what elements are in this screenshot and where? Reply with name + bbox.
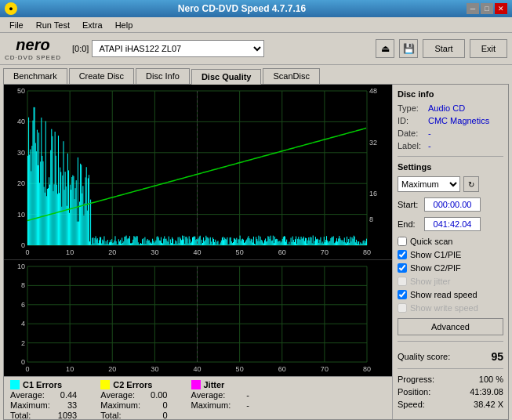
label-row: Label: - <box>398 141 503 150</box>
quality-score-label: Quality score: <box>398 352 450 361</box>
jitter-label: Jitter <box>204 380 225 389</box>
tab-create-disc[interactable]: Create Disc <box>69 68 134 84</box>
show-c2-pif-label: Show C2/PIF <box>410 263 461 273</box>
advanced-button[interactable]: Advanced <box>398 318 503 335</box>
jitter-max-value: - <box>246 400 249 410</box>
toolbar: nero CD·DVD SPEED [0:0] ATAPI iHAS122 ZL… <box>0 33 512 65</box>
menu-extra[interactable]: Extra <box>76 19 109 31</box>
id-value: CMC Magnetics <box>428 116 489 125</box>
start-time-input[interactable] <box>424 197 481 212</box>
show-read-speed-row: Show read speed <box>398 290 503 299</box>
start-button[interactable]: Start <box>423 39 464 58</box>
show-c1-pie-checkbox[interactable] <box>398 250 407 259</box>
settings-title: Settings <box>398 162 503 172</box>
lower-chart <box>4 259 392 376</box>
c2-total-value: 0 <box>162 411 167 420</box>
c1-total-label: Total: <box>10 411 31 420</box>
jitter-max-row: Maximum: - <box>191 400 249 410</box>
right-panel: Disc info Type: Audio CD ID: CMC Magneti… <box>392 85 508 419</box>
speed-label: Speed: <box>398 400 425 409</box>
show-write-speed-label: Show write speed <box>410 303 478 313</box>
show-c2-pif-checkbox[interactable] <box>398 263 407 273</box>
show-jitter-row: Show jitter <box>398 277 503 286</box>
show-write-speed-checkbox[interactable] <box>398 303 407 313</box>
c1-avg-row: Average: 0.44 <box>10 390 77 400</box>
show-jitter-label: Show jitter <box>410 277 450 286</box>
c2-total-label: Total: <box>100 411 121 420</box>
c2-total-row: Total: 0 <box>100 411 167 420</box>
separator-3 <box>398 368 503 369</box>
logo-area: nero CD·DVD SPEED <box>5 36 61 61</box>
drive-combo[interactable]: ATAPI iHAS122 ZL07 <box>92 40 264 57</box>
show-read-speed-checkbox[interactable] <box>398 290 407 299</box>
date-label: Date: <box>398 129 425 138</box>
eject-button[interactable]: ⏏ <box>376 39 394 58</box>
speed-row: Maximum ↻ <box>398 176 503 192</box>
type-label: Type: <box>398 103 425 113</box>
legend-area: C1 Errors Average: 0.44 Maximum: 33 Tota… <box>4 376 392 419</box>
tab-scan-disc[interactable]: ScanDisc <box>263 68 319 84</box>
show-c1-pie-row: Show C1/PIE <box>398 250 503 259</box>
tab-disc-info[interactable]: Disc Info <box>136 68 190 84</box>
speed-row-prog: Speed: 38.42 X <box>398 400 503 409</box>
show-c2-pif-row: Show C2/PIF <box>398 263 503 273</box>
c2-max-label: Maximum: <box>100 400 140 410</box>
quick-scan-row: Quick scan <box>398 237 503 246</box>
menu-file[interactable]: File <box>3 19 30 31</box>
date-row: Date: - <box>398 129 503 138</box>
start-label: Start: <box>398 200 421 209</box>
upper-chart <box>4 85 392 259</box>
start-time-row: Start: <box>398 197 503 212</box>
title-bar: ● Nero CD-DVD Speed 4.7.7.16 ─ □ ✕ <box>0 0 512 17</box>
refresh-button[interactable]: ↻ <box>463 176 479 192</box>
quick-scan-checkbox[interactable] <box>398 237 407 246</box>
label-value: - <box>428 141 431 150</box>
id-label: ID: <box>398 116 425 125</box>
end-time-input[interactable] <box>424 217 481 231</box>
jitter-max-label: Maximum: <box>191 400 231 410</box>
title-bar-text: Nero CD-DVD Speed 4.7.7.16 <box>17 3 467 14</box>
end-time-row: End: <box>398 217 503 231</box>
c1-max-value: 33 <box>67 400 77 410</box>
c2-max-value: 0 <box>162 400 167 410</box>
close-button[interactable]: ✕ <box>495 3 507 14</box>
jitter-avg-value: - <box>246 390 249 400</box>
save-button[interactable]: 💾 <box>399 39 418 58</box>
c2-avg-row: Average: 0.00 <box>100 390 167 400</box>
type-value: Audio CD <box>428 103 465 113</box>
title-bar-controls: ─ □ ✕ <box>467 3 507 14</box>
charts-section: C1 Errors Average: 0.44 Maximum: 33 Tota… <box>4 85 392 419</box>
progress-value: 100 % <box>479 375 503 384</box>
maximize-button[interactable]: □ <box>481 3 493 14</box>
tab-content: C1 Errors Average: 0.44 Maximum: 33 Tota… <box>3 85 509 420</box>
drive-label: [0:0] <box>72 44 89 53</box>
c2-color <box>100 380 110 389</box>
app-icon: ● <box>5 2 17 15</box>
show-jitter-checkbox[interactable] <box>398 277 407 286</box>
menu-help[interactable]: Help <box>109 19 140 31</box>
jitter-avg-label: Average: <box>191 390 226 400</box>
logo-sub: CD·DVD SPEED <box>5 54 61 61</box>
c2-label: C2 Errors <box>113 380 152 389</box>
menu-bar: File Run Test Extra Help <box>0 17 512 33</box>
quality-score-value: 95 <box>491 350 503 363</box>
c2-max-row: Maximum: 0 <box>100 400 167 410</box>
c1-legend: C1 Errors Average: 0.44 Maximum: 33 Tota… <box>10 380 77 420</box>
exit-button[interactable]: Exit <box>470 39 507 58</box>
speed-value: 38.42 X <box>474 400 503 409</box>
c1-avg-value: 0.44 <box>60 390 77 400</box>
position-value: 41:39.08 <box>470 387 503 396</box>
jitter-color <box>191 380 201 389</box>
jitter-avg-row: Average: - <box>191 390 249 400</box>
progress-row: Progress: 100 % <box>398 375 503 384</box>
separator-1 <box>398 156 503 157</box>
tab-disc-quality[interactable]: Disc Quality <box>191 69 262 85</box>
tab-benchmark[interactable]: Benchmark <box>3 68 67 84</box>
c1-total-row: Total: 1093 <box>10 411 77 420</box>
c1-max-label: Maximum: <box>10 400 50 410</box>
minimize-button[interactable]: ─ <box>467 3 479 14</box>
c1-total-value: 1093 <box>58 411 77 420</box>
speed-combo[interactable]: Maximum <box>398 176 460 192</box>
menu-run-test[interactable]: Run Test <box>30 19 76 31</box>
end-label: End: <box>398 219 421 229</box>
